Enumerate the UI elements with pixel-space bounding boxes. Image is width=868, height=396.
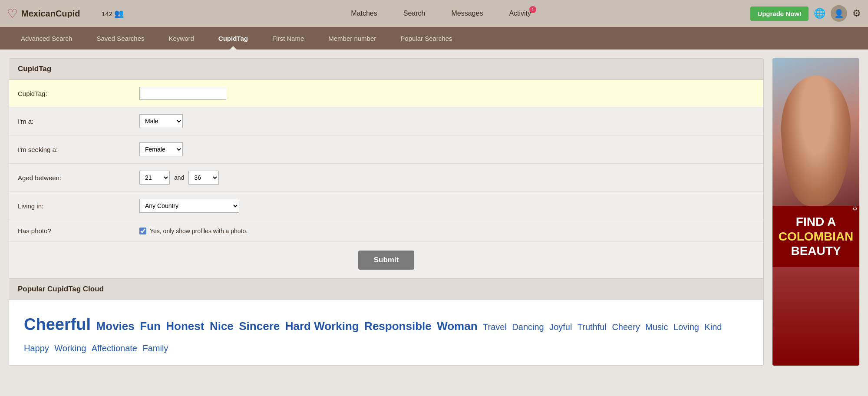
seeking-select[interactable]: Female Male: [139, 142, 183, 156]
nav-advanced-search[interactable]: Advanced Search: [9, 27, 84, 50]
living-controls: Any Country Mexico United States Canada: [139, 199, 239, 213]
tag-affectionate[interactable]: Affectionate: [92, 343, 137, 353]
photo-checkbox-text: Yes, only show profiles with a photo.: [150, 228, 248, 234]
ima-label: I'm a:: [18, 118, 139, 125]
photo-checkbox[interactable]: [139, 228, 146, 234]
activity-nav-link[interactable]: Activity 1: [509, 10, 531, 17]
logo-area: ♡ MexicanCupid: [7, 7, 94, 21]
nav-right: Upgrade Now! 🌐 👤 ⚙: [750, 5, 861, 22]
settings-icon[interactable]: ⚙: [852, 8, 861, 19]
tag-family[interactable]: Family: [142, 343, 168, 353]
ad-highlight: COLOMBIAN: [779, 230, 854, 243]
living-row: Living in: Any Country Mexico United Sta…: [9, 192, 763, 220]
form-panel: CupidTag CupidTag: I'm a: Male Female I'…: [9, 58, 764, 366]
cupidtag-input[interactable]: [139, 87, 226, 100]
messages-nav-link[interactable]: Messages: [451, 10, 483, 17]
ima-row: I'm a: Male Female: [9, 107, 763, 135]
tag-nice[interactable]: Nice: [210, 320, 234, 333]
tag-travel[interactable]: Travel: [483, 322, 507, 332]
tag-responsible[interactable]: Responsible: [364, 320, 432, 333]
aged-label: Aged between:: [18, 174, 139, 182]
cupidtag-label: CupidTag:: [18, 90, 139, 97]
tag-woman[interactable]: Woman: [437, 320, 477, 333]
seeking-label: I'm seeking a:: [18, 146, 139, 153]
matches-count-link[interactable]: 142 👥: [94, 9, 132, 18]
seeking-controls: Female Male: [139, 142, 183, 156]
nav-saved-searches[interactable]: Saved Searches: [84, 27, 156, 50]
search-nav-link[interactable]: Search: [403, 10, 426, 17]
ima-select[interactable]: Male Female: [139, 114, 183, 128]
ad-panel[interactable]: ColombianCupid.com Colombian Dating and …: [772, 58, 859, 366]
photo-controls: Yes, only show profiles with a photo.: [139, 228, 248, 234]
logo-text: MexicanCupid: [21, 9, 80, 19]
secondary-nav: Advanced Search Saved Searches Keyword C…: [0, 27, 868, 50]
nav-popular-searches[interactable]: Popular Searches: [388, 27, 464, 50]
form-panel-title: CupidTag: [9, 59, 763, 80]
submit-button[interactable]: Submit: [358, 251, 415, 270]
nav-member-number[interactable]: Member number: [316, 27, 388, 50]
photo-label: Has photo?: [18, 227, 139, 234]
avatar[interactable]: 👤: [831, 5, 847, 22]
ad-bottom: FIND ACOLOMBIANBEAUTY: [772, 206, 859, 267]
age-controls: 18192021 22232425 and 30313233 343536 37…: [139, 171, 219, 185]
tag-loving[interactable]: Loving: [673, 322, 699, 332]
nav-cupidtag[interactable]: CupidTag: [206, 27, 260, 50]
matches-nav-link[interactable]: Matches: [351, 10, 377, 17]
tag-dancing[interactable]: Dancing: [512, 322, 544, 332]
submit-row: Submit: [9, 242, 763, 278]
age-max-select[interactable]: 30313233 343536 3738: [188, 171, 219, 185]
globe-icon[interactable]: 🌐: [814, 8, 825, 19]
ad-woman-image: [772, 58, 859, 206]
tag-truthful[interactable]: Truthful: [578, 322, 607, 332]
tag-fun[interactable]: Fun: [140, 320, 161, 333]
tag-working[interactable]: Working: [54, 343, 86, 353]
tag-honest[interactable]: Honest: [166, 320, 204, 333]
tag-sincere[interactable]: Sincere: [239, 320, 280, 333]
activity-badge: 1: [529, 6, 536, 13]
and-label: and: [174, 174, 184, 181]
tag-joyful[interactable]: Joyful: [549, 322, 572, 332]
top-nav: ♡ MexicanCupid 142 👥 Matches Search Mess…: [0, 0, 868, 27]
tag-music[interactable]: Music: [645, 322, 668, 332]
living-label: Living in:: [18, 202, 139, 210]
tag-happy[interactable]: Happy: [24, 343, 49, 353]
logo-heart-icon: ♡: [7, 7, 18, 21]
matches-number: 142: [102, 10, 112, 17]
tag-hard-working[interactable]: Hard Working: [285, 320, 359, 333]
tag-movies[interactable]: Movies: [96, 320, 135, 333]
tag-cloud-body: Cheerful Movies Fun Honest Nice Sincere …: [9, 300, 763, 365]
photo-row: Has photo? Yes, only show profiles with …: [9, 220, 763, 242]
tag-kind[interactable]: Kind: [704, 322, 722, 332]
seeking-row: I'm seeking a: Female Male: [9, 135, 763, 164]
ad-find-text: FIND ACOLOMBIANBEAUTY: [777, 214, 855, 258]
nav-keyword[interactable]: Keyword: [157, 27, 206, 50]
photo-checkbox-label[interactable]: Yes, only show profiles with a photo.: [139, 228, 248, 234]
country-select[interactable]: Any Country Mexico United States Canada: [139, 199, 239, 213]
people-icon: 👥: [114, 9, 124, 18]
upgrade-button[interactable]: Upgrade Now!: [750, 7, 809, 21]
tag-cheerful[interactable]: Cheerful: [24, 315, 91, 333]
ad-woman-face: [781, 76, 851, 206]
age-row: Aged between: 18192021 22232425 and 3031…: [9, 164, 763, 192]
tag-cloud-title: Popular CupidTag Cloud: [9, 278, 763, 300]
nav-links: Matches Search Messages Activity 1: [132, 10, 750, 17]
ima-controls: Male Female: [139, 114, 183, 128]
nav-first-name[interactable]: First Name: [260, 27, 316, 50]
cupidtag-controls: [139, 87, 226, 100]
age-min-select[interactable]: 18192021 22232425: [139, 171, 170, 185]
main-content: CupidTag CupidTag: I'm a: Male Female I'…: [0, 50, 868, 374]
cupidtag-row: CupidTag:: [9, 80, 763, 107]
tag-cheery[interactable]: Cheery: [612, 322, 640, 332]
